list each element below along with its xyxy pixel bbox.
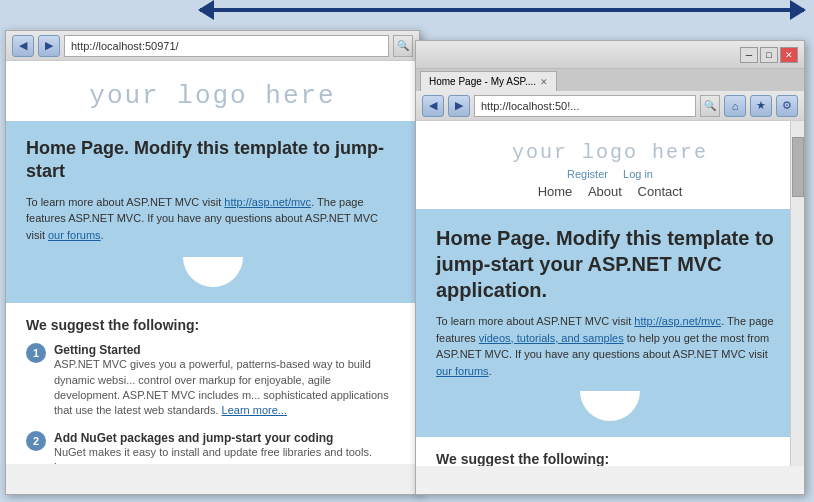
nav-contact[interactable]: Contact xyxy=(638,184,683,199)
left-search-button[interactable]: 🔍 xyxy=(393,35,413,57)
forward-button[interactable]: ▶ xyxy=(38,35,60,57)
left-site-header: your logo here xyxy=(6,61,419,121)
register-link[interactable]: Register xyxy=(567,168,608,180)
left-browser-window: ◀ ▶ http://localhost:50971/ 🔍 your logo … xyxy=(5,30,420,495)
left-content-area: We suggest the following: 1 Getting Star… xyxy=(6,303,419,464)
right-logo: your logo here xyxy=(416,141,804,164)
right-page-content: your logo here Register Log in Home Abou… xyxy=(416,121,804,466)
right-content-area: We suggest the following: Getting Starte… xyxy=(416,437,804,466)
arrow-right-head xyxy=(790,0,806,20)
width-arrow xyxy=(200,8,804,12)
right-browser-toolbar: ◀ ▶ http://localhost:50!... 🔍 ⌂ ★ ⚙ xyxy=(416,91,804,121)
close-button[interactable]: ✕ xyxy=(780,47,798,63)
right-search-button[interactable]: 🔍 xyxy=(700,95,720,117)
list-item: 1 Getting Started ASP.NET MVC gives you … xyxy=(26,343,399,419)
star-icon: ★ xyxy=(756,99,766,112)
nav-home[interactable]: Home xyxy=(538,184,573,199)
item-content-2: Add NuGet packages and jump-start your c… xyxy=(54,431,399,464)
gear-icon: ⚙ xyxy=(782,99,792,112)
right-address-bar[interactable]: http://localhost:50!... xyxy=(474,95,696,117)
window-controls: ─ □ ✕ xyxy=(740,47,798,63)
right-hero-desc: To learn more about ASP.NET MVC visit ht… xyxy=(436,313,784,379)
left-hero-desc-1: To learn more about ASP.NET MVC visit xyxy=(26,196,224,208)
arrow-left-head xyxy=(198,0,214,20)
right-address-text: http://localhost:50!... xyxy=(481,100,579,112)
tab-close[interactable]: ✕ xyxy=(540,77,548,87)
item-link-1[interactable]: Learn more... xyxy=(222,404,287,416)
list-item: 2 Add NuGet packages and jump-start your… xyxy=(26,431,399,464)
item-link-2[interactable]: Learn more... xyxy=(54,461,119,464)
left-hero-desc: To learn more about ASP.NET MVC visit ht… xyxy=(26,194,399,244)
home-icon: ⌂ xyxy=(732,100,739,112)
right-tab-bar: Home Page - My ASP.... ✕ xyxy=(416,69,804,91)
left-hero-link-1[interactable]: http://asp.net/mvc xyxy=(224,196,311,208)
right-scrollbar[interactable] xyxy=(790,121,804,466)
left-hero-link-2[interactable]: our forums xyxy=(48,229,101,241)
home-button[interactable]: ⌂ xyxy=(724,95,746,117)
back-icon: ◀ xyxy=(429,99,437,112)
left-hero-title-bold: Home Page. xyxy=(26,138,129,158)
left-suggest-title: We suggest the following: xyxy=(26,317,399,333)
maximize-icon: □ xyxy=(766,50,771,60)
browser-tab[interactable]: Home Page - My ASP.... ✕ xyxy=(420,71,557,91)
back-button[interactable]: ◀ xyxy=(12,35,34,57)
left-address-bar[interactable]: http://localhost:50971/ xyxy=(64,35,389,57)
left-hero-desc-3: . xyxy=(101,229,104,241)
right-forward-button[interactable]: ▶ xyxy=(448,95,470,117)
right-hero-desc-4: . xyxy=(489,365,492,377)
right-titlebar: ─ □ ✕ xyxy=(416,41,804,69)
right-hero-link-1[interactable]: http://asp.net/mvc xyxy=(634,315,721,327)
right-hero-section: Home Page. Modify this template to jump-… xyxy=(416,209,804,437)
login-link[interactable]: Log in xyxy=(623,168,653,180)
minimize-button[interactable]: ─ xyxy=(740,47,758,63)
back-icon: ◀ xyxy=(19,39,27,52)
item-number-2: 2 xyxy=(26,431,46,451)
close-icon: ✕ xyxy=(785,50,793,60)
left-logo: your logo here xyxy=(6,81,419,111)
left-hero-title: Home Page. Modify this template to jump-… xyxy=(26,137,399,184)
left-hero-wave xyxy=(183,257,243,287)
right-hero-title-bold: Home Page. xyxy=(436,227,550,249)
left-address-text: http://localhost:50971/ xyxy=(71,40,179,52)
forward-icon: ▶ xyxy=(45,39,53,52)
arrow-line xyxy=(200,8,804,12)
right-hero-title: Home Page. Modify this template to jump-… xyxy=(436,225,784,303)
left-browser-toolbar: ◀ ▶ http://localhost:50971/ 🔍 xyxy=(6,31,419,61)
minimize-icon: ─ xyxy=(746,50,752,60)
right-content-wrapper: your logo here Register Log in Home Abou… xyxy=(416,121,804,466)
search-icon: 🔍 xyxy=(397,40,409,51)
right-browser-window: ─ □ ✕ Home Page - My ASP.... ✕ ◀ ▶ http:… xyxy=(415,40,805,495)
right-hero-desc-1: To learn more about ASP.NET MVC visit xyxy=(436,315,634,327)
forward-icon: ▶ xyxy=(455,99,463,112)
right-hero-link-2[interactable]: videos, tutorials, and samples xyxy=(479,332,624,344)
right-back-button[interactable]: ◀ xyxy=(422,95,444,117)
left-hero-section: Home Page. Modify this template to jump-… xyxy=(6,121,419,303)
right-hero-wave xyxy=(580,391,640,421)
left-page-content: your logo here Home Page. Modify this te… xyxy=(6,61,419,464)
item-desc-1: ASP.NET MVC gives you a powerful, patter… xyxy=(54,357,399,419)
item-number-1: 1 xyxy=(26,343,46,363)
right-suggest-title: We suggest the following: xyxy=(436,451,784,466)
right-site-header: your logo here Register Log in Home Abou… xyxy=(416,121,804,209)
right-hero-link-3[interactable]: our forums xyxy=(436,365,489,377)
tab-label: Home Page - My ASP.... xyxy=(429,76,536,87)
gear-button[interactable]: ⚙ xyxy=(776,95,798,117)
search-icon: 🔍 xyxy=(704,100,716,111)
scroll-thumb[interactable] xyxy=(792,137,804,197)
right-nav-links: Home About Contact xyxy=(416,184,804,199)
item-title-1: Getting Started xyxy=(54,343,399,357)
item-desc-2: NuGet makes it easy to install and updat… xyxy=(54,445,399,464)
item-content-1: Getting Started ASP.NET MVC gives you a … xyxy=(54,343,399,419)
nav-about[interactable]: About xyxy=(588,184,622,199)
item-title-2: Add NuGet packages and jump-start your c… xyxy=(54,431,399,445)
right-auth-links: Register Log in xyxy=(416,168,804,180)
star-button[interactable]: ★ xyxy=(750,95,772,117)
maximize-button[interactable]: □ xyxy=(760,47,778,63)
